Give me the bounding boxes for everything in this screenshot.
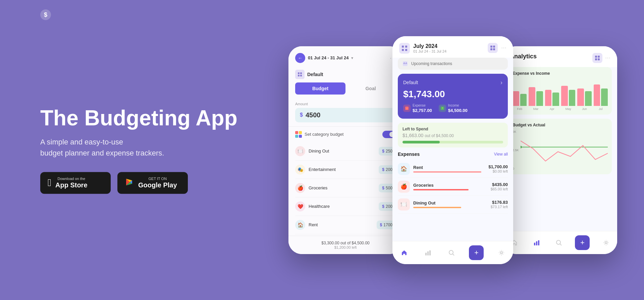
nav-settings[interactable] [495,247,507,259]
more-options-btn[interactable]: ⋯ [501,45,506,51]
category-toggle-label: Set category budget [295,131,343,138]
nav-search[interactable] [445,247,458,259]
main-header-subtitle: 01 Jul 24 - 31 Jul 24 [413,49,446,53]
hero-section: The Budgeting App A simple and easy-to-u… [40,106,237,194]
hero-subtitle: A simple and easy-to-use budget planner … [40,136,237,159]
svg-rect-31 [598,58,600,60]
lts-progress-fill [402,141,440,143]
groceries-info: Groceries [413,183,487,190]
income-bar-jul [601,88,608,106]
svg-rect-34 [538,240,539,245]
amount-label: Amount [295,102,396,106]
svg-point-25 [449,250,453,254]
category-item-rent: 🏠 Rent $ 1700 [295,216,396,234]
card-chevron[interactable]: › [500,79,502,86]
budget-footer: $3,300.00 out of $4,500.00 $1,200.00 lef… [288,236,402,254]
expense-bar-mar [529,87,535,106]
svg-point-35 [556,240,560,244]
income-stat: ↑ Income $4,500.00 [439,104,468,113]
expense-income-chart: Expense vs Income [508,67,612,115]
expense-bar-jun [577,88,584,106]
svg-rect-24 [429,250,431,255]
svg-text:$: $ [44,11,47,18]
expense-item-dining: 🍽️ Dining Out $176.83 $73.17 left [398,196,508,214]
analytics-grid-btn[interactable] [592,53,602,63]
income-label: Income [448,104,468,107]
expense-amount: $2,757.00 [413,108,432,113]
budget-dot [521,146,522,148]
amount-input[interactable]: $ 4500 [295,108,396,122]
svg-rect-8 [402,49,404,51]
svg-line-36 [560,244,561,245]
rent-bar [413,171,481,173]
nav-home[interactable] [398,247,410,259]
date-chevron: ▾ [351,56,353,60]
dining-expense-icon: 🍽️ [398,198,410,211]
svg-text:↑: ↑ [442,107,443,110]
tab-budget[interactable]: Budget [295,82,345,95]
grid-view-btn[interactable] [488,43,498,53]
account-name: Default [307,72,323,77]
analytics-content: Expense vs Income [503,67,617,231]
amount-value: 4500 [306,111,321,119]
phone-main: July 2024 01 Jul 24 - 31 Jul 24 ⋯ Upcomi… [392,36,513,264]
phones-container: ← 01 Jul 24 - 31 Jul 24 ▾ ⋯ Default Budg… [288,36,617,264]
y-label-bottom: 0 [513,167,519,170]
default-card: Default › $1,743.00 ↓ Expense $2,757.00 [398,74,508,119]
income-bar-jun [585,91,592,106]
nav-back-arrow[interactable]: ← [295,53,305,63]
budget-remaining: $1,200.00 left [295,245,396,249]
analytics-nav-charts[interactable] [531,237,543,249]
lts-title: Left to Spend [402,127,503,131]
y-label-top: 5K [513,130,519,133]
dining-icon: 🍽️ [295,146,305,156]
category-name-healthcare: Healthcare [309,204,375,209]
analytics-nav-search[interactable] [553,237,565,249]
label-jun: Jun [577,107,591,111]
dining-bar [413,207,461,208]
lts-progress-bar [402,141,503,143]
budget-nav: ← 01 Jul 24 - 31 Jul 24 ▾ [295,53,353,63]
svg-rect-5 [300,75,302,76]
nav-analytics[interactable] [422,247,434,259]
app-logo: $ [40,9,51,22]
view-all-link[interactable]: View all [494,152,508,157]
analytics-fab-button[interactable]: + [575,235,590,250]
phone-analytics: Analytics ⋯ Expense vs Income [503,46,617,254]
rent-icon: 🏠 [295,220,305,230]
budget-actual-chart: Budget vs Actual 5K 2.5K 0 [508,119,612,174]
category-item-dining: 🍽️ Dining Out $ 250 [295,142,396,161]
bar-group-jun [577,88,591,106]
bar-chart [513,79,608,106]
main-header-icon [399,43,410,54]
google-play-button[interactable]: GET IT ON Google Play [117,172,188,194]
expenses-section: Expenses View all 🏠 Rent $1,700.00 $0.00… [392,152,513,241]
chart1-title: Expense vs Income [513,71,608,76]
svg-rect-11 [493,46,495,48]
main-header-title: July 2024 [413,43,446,49]
store-buttons:  Download on the App Store GET IT ON Go… [40,172,237,194]
expense-bar-feb [513,91,519,106]
app-store-button[interactable]:  Download on the App Store [40,172,111,194]
analytics-header: Analytics ⋯ [503,46,617,67]
svg-rect-4 [298,75,300,76]
expense-item-rent: 🏠 Rent $1,700.00 $0.00 left [398,160,508,178]
upcoming-transactions-banner[interactable]: Upcoming transactions [398,58,508,70]
groceries-icon: 🍎 [295,183,305,193]
category-item-entertainment: 🎭 Entertainment $ 200 [295,161,396,179]
income-bar-may [569,90,576,106]
expense-stat: ↓ Expense $2,757.00 [403,104,432,113]
fab-add-button[interactable]: + [469,245,484,260]
analytics-more-btn[interactable]: ⋯ [605,55,610,61]
left-to-spend: Left to Spend $1,663.00 out of $4,500.00 [398,123,508,147]
category-item-healthcare: ❤️ Healthcare $ 200 [295,197,396,216]
svg-point-27 [500,252,502,254]
category-item-groceries: 🍎 Groceries $ 500 [295,179,396,197]
dining-amount-display: $176.83 $73.17 left [491,200,508,209]
svg-text:↓: ↓ [406,107,408,110]
y-axis-labels: 5K 2.5K 0 [513,130,519,170]
tab-goal[interactable]: Goal [345,82,396,95]
analytics-nav-settings[interactable] [600,237,612,249]
income-amount: $4,500.00 [448,108,468,113]
label-may: May [561,107,575,111]
